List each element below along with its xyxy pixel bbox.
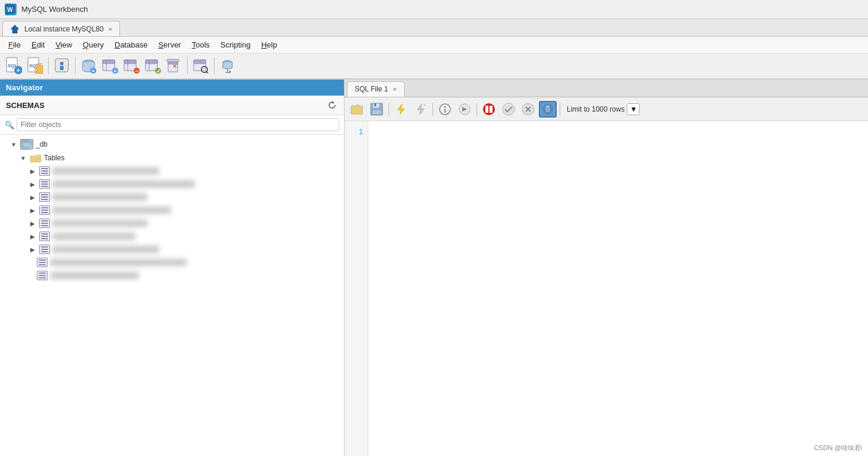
filter-input[interactable] bbox=[17, 118, 339, 131]
commit-btn[interactable] bbox=[500, 101, 517, 118]
svg-marker-2 bbox=[11, 25, 19, 33]
svg-rect-47 bbox=[374, 103, 376, 106]
table-icon bbox=[39, 232, 50, 241]
open-sql-file-btn[interactable]: SQL bbox=[25, 56, 45, 76]
home-icon bbox=[10, 24, 20, 34]
navigator-panel: Navigator SCHEMAS 🔍 ▼ bbox=[0, 80, 345, 456]
svg-text:W: W bbox=[7, 7, 13, 13]
svg-rect-12 bbox=[60, 66, 64, 70]
schemas-header: SCHEMAS bbox=[0, 96, 344, 115]
sql-tab-close-btn[interactable]: × bbox=[393, 86, 396, 93]
server-info-btn[interactable] bbox=[52, 56, 72, 76]
svg-text:✓: ✓ bbox=[156, 68, 161, 74]
table-row[interactable]: ▶ bbox=[0, 204, 344, 217]
toggle-btn[interactable] bbox=[539, 101, 557, 118]
table-row[interactable]: ▶ bbox=[0, 230, 344, 243]
table-icon bbox=[37, 258, 48, 267]
sql-editor-area: 1 bbox=[345, 121, 868, 456]
table-name-blurred bbox=[50, 259, 187, 266]
stop-btn[interactable] bbox=[456, 101, 474, 118]
table-row[interactable]: ▶ bbox=[0, 243, 344, 256]
table-name-blurred bbox=[52, 167, 159, 175]
tables-node[interactable]: ▼ Tables bbox=[0, 151, 344, 164]
limit-label: Limit to 1000 rows bbox=[567, 105, 624, 113]
reconnect-btn[interactable] bbox=[217, 56, 238, 76]
limit-dropdown-arrow: ▼ bbox=[630, 105, 637, 113]
svg-rect-57 bbox=[485, 106, 488, 113]
db-node[interactable]: ▼ _db bbox=[0, 137, 344, 151]
menu-file[interactable]: File bbox=[4, 39, 26, 51]
sql-open-btn[interactable] bbox=[348, 101, 366, 118]
svg-point-53 bbox=[444, 106, 446, 107]
main-tab[interactable]: Local instance MySQL80 × bbox=[2, 21, 120, 36]
sql-file-tab[interactable]: SQL File 1 × bbox=[347, 81, 405, 97]
toolbar-sep-4 bbox=[214, 58, 214, 74]
main-layout: Navigator SCHEMAS 🔍 ▼ bbox=[0, 80, 868, 456]
execute-all-btn[interactable] bbox=[392, 101, 410, 118]
svg-point-64 bbox=[546, 105, 550, 107]
sql-toolbar-sep4 bbox=[560, 103, 560, 116]
table-row[interactable] bbox=[0, 256, 344, 269]
tab-close-btn[interactable]: × bbox=[108, 26, 112, 33]
menu-bar: File Edit View Query Database Server Too… bbox=[0, 37, 868, 53]
table-row[interactable]: ▶ bbox=[0, 191, 344, 204]
sql-toolbar-sep1 bbox=[389, 103, 389, 116]
sql-save-btn[interactable] bbox=[368, 101, 386, 118]
table-name-blurred bbox=[52, 180, 195, 188]
svg-text:+: + bbox=[113, 68, 117, 74]
table-name-blurred bbox=[52, 246, 159, 253]
sql-editor-panel: SQL File 1 × bbox=[345, 80, 868, 456]
refresh-schemas-btn[interactable] bbox=[326, 99, 338, 111]
menu-server[interactable]: Server bbox=[153, 39, 185, 51]
table-row[interactable]: ▶ bbox=[0, 164, 344, 178]
limit-select: Limit to 1000 rows ▼ bbox=[567, 103, 640, 115]
table-icon bbox=[39, 245, 50, 254]
svg-rect-17 bbox=[103, 60, 115, 64]
menu-tools[interactable]: Tools bbox=[187, 39, 214, 51]
table-icon bbox=[37, 271, 48, 280]
create-table-btn[interactable]: + bbox=[100, 56, 120, 76]
new-sql-tab-btn[interactable]: SQL + bbox=[4, 56, 24, 76]
svg-rect-54 bbox=[444, 109, 446, 113]
svg-rect-58 bbox=[490, 106, 493, 113]
menu-edit[interactable]: Edit bbox=[27, 39, 49, 51]
sql-text-area[interactable] bbox=[368, 121, 868, 456]
limit-dropdown-btn[interactable]: ▼ bbox=[627, 103, 640, 115]
tab-bar: Local instance MySQL80 × bbox=[0, 19, 868, 37]
tables-label: Tables bbox=[44, 154, 65, 162]
sql-tab-label: SQL File 1 bbox=[355, 85, 388, 93]
svg-rect-44 bbox=[351, 106, 362, 114]
tables-arrow: ▼ bbox=[19, 155, 27, 162]
table-name-blurred bbox=[52, 194, 147, 201]
menu-scripting[interactable]: Scripting bbox=[216, 39, 255, 51]
svg-rect-27 bbox=[146, 60, 157, 64]
table-row[interactable]: ▶ bbox=[0, 178, 344, 191]
filter-search-icon: 🔍 bbox=[5, 121, 14, 129]
app-title: MySQL Workbench bbox=[21, 5, 88, 14]
create-table2-btn[interactable]: − bbox=[121, 56, 141, 76]
table-icon bbox=[39, 218, 50, 228]
drop-table-btn[interactable]: ✕ bbox=[164, 56, 184, 76]
menu-database[interactable]: Database bbox=[110, 39, 153, 51]
create-schema-btn[interactable]: + bbox=[78, 56, 99, 76]
search-table-btn[interactable] bbox=[191, 56, 211, 76]
watermark: CSDN @哇味君i bbox=[814, 444, 862, 452]
alter-table-btn[interactable]: ✓ bbox=[143, 56, 163, 76]
table-row[interactable] bbox=[0, 269, 344, 282]
line-number-1: 1 bbox=[359, 126, 363, 138]
execute-current-btn[interactable] bbox=[412, 101, 430, 118]
rollback-btn[interactable] bbox=[519, 101, 537, 118]
menu-help[interactable]: Help bbox=[257, 39, 282, 51]
table-icon bbox=[39, 179, 50, 189]
table-name-blurred bbox=[50, 272, 139, 279]
svg-text:+: + bbox=[91, 68, 95, 74]
tables-icon bbox=[30, 153, 42, 163]
svg-text:−: − bbox=[135, 68, 139, 74]
db-name: _db bbox=[36, 140, 48, 148]
menu-view[interactable]: View bbox=[50, 39, 77, 51]
table-row[interactable]: ▶ bbox=[0, 217, 344, 230]
disconnect-btn[interactable] bbox=[480, 101, 498, 118]
menu-query[interactable]: Query bbox=[78, 39, 108, 51]
svg-point-56 bbox=[483, 103, 495, 115]
explain-btn[interactable] bbox=[436, 101, 454, 118]
